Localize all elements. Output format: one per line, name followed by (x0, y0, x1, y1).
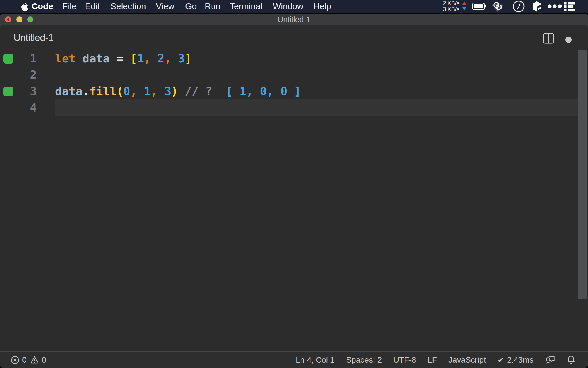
token: let (55, 52, 76, 65)
token: 1 (137, 52, 144, 65)
token: 3 (178, 52, 185, 65)
window-title: Untitled-1 (0, 14, 588, 25)
code-line-3[interactable]: data.fill(0, 1, 3) // ? [ 1, 0, 0 ] (55, 83, 301, 99)
personal-hotspot-icon[interactable] (491, 0, 504, 13)
token (110, 52, 117, 65)
indentation[interactable]: Spaces: 2 (346, 355, 382, 365)
clock-glyph (513, 1, 525, 12)
apple-menu-icon[interactable] (20, 1, 29, 11)
token (178, 85, 185, 98)
upload-arrow-icon (462, 2, 467, 5)
screen: CodeFileEditSelectionViewGoRunTerminalWi… (0, 0, 588, 368)
line-number: 4 (11, 99, 37, 116)
menu-item-help[interactable]: Help (314, 0, 331, 13)
token: . (82, 85, 89, 98)
line-number: 2 (11, 67, 37, 83)
menu-item-selection[interactable]: Selection (111, 0, 146, 13)
menu-item-file[interactable]: File (63, 0, 76, 13)
error-count: 0 (22, 355, 27, 365)
list-icon[interactable] (564, 0, 575, 13)
token: = (117, 52, 123, 65)
token (171, 52, 178, 65)
token: ( (117, 85, 123, 98)
token (76, 52, 82, 65)
token (151, 52, 158, 65)
window-title-bar[interactable]: Untitled-1 (0, 14, 588, 25)
menu-item-terminal[interactable]: Terminal (230, 0, 262, 13)
problems-indicator[interactable]: 0 0 (11, 355, 46, 365)
menu-item-go[interactable]: Go (185, 0, 197, 13)
token: 0 (123, 85, 130, 98)
token: // ? (185, 85, 212, 98)
line-number: 3 (11, 83, 37, 99)
editor-area[interactable]: Untitled-1 1let data = [1, 2, 3]23data.f… (0, 26, 588, 365)
quokka-time: 2.43ms (507, 355, 533, 365)
check-icon: ✔ (498, 355, 504, 365)
status-bar: 0 0 Ln 4, Col 1 Spaces: 2 UTF-8 LF JavaS… (0, 351, 588, 368)
notifications-button[interactable] (567, 355, 575, 365)
cube-icon[interactable] (532, 0, 541, 13)
token: data (82, 52, 110, 65)
network-arrows (461, 2, 467, 11)
token: 1 (144, 85, 151, 98)
ellipsis-glyph (548, 4, 562, 8)
unsaved-indicator[interactable] (565, 37, 572, 43)
token (137, 85, 144, 98)
token: 2 (158, 52, 165, 65)
hotspot-glyph (491, 1, 504, 12)
token: , (130, 85, 137, 98)
menu-item-edit[interactable]: Edit (85, 0, 100, 13)
menu-item-code[interactable]: Code (32, 0, 53, 13)
editor-tab-label[interactable]: Untitled-1 (13, 32, 54, 43)
menu-item-view[interactable]: View (156, 0, 174, 13)
token: 3 (165, 85, 171, 98)
line-number: 1 (11, 50, 37, 67)
token: ] (185, 52, 192, 65)
download-arrow-icon (462, 7, 467, 10)
quokka-status[interactable]: ✔ 2.43ms (498, 355, 533, 365)
token: , (144, 52, 151, 65)
macos-menu-bar: CodeFileEditSelectionViewGoRunTerminalWi… (0, 0, 588, 13)
token: , (151, 85, 158, 98)
language-mode[interactable]: JavaScript (448, 355, 486, 365)
token: [ 1, 0, 0 ] (226, 85, 301, 98)
token: [ (130, 52, 137, 65)
encoding[interactable]: UTF-8 (393, 355, 416, 365)
token (123, 52, 130, 65)
feedback-button[interactable] (545, 355, 555, 365)
warning-icon (30, 356, 39, 364)
warning-count: 0 (42, 355, 47, 365)
scrollbar-thumb[interactable] (578, 50, 587, 299)
token: fill (89, 85, 117, 98)
list-glyph (564, 2, 575, 11)
vscode-window: Untitled-1 Untitled-1 1let data = [1, 2,… (0, 14, 588, 368)
current-line-highlight (55, 99, 578, 116)
split-editor-icon (543, 33, 554, 44)
eol-sequence[interactable]: LF (428, 355, 437, 365)
token: data (55, 85, 82, 98)
upload-speed: 2 KB/s (443, 0, 459, 6)
cube-glyph (532, 1, 541, 12)
bell-icon (567, 355, 575, 365)
code-line-1[interactable]: let data = [1, 2, 3] (55, 50, 192, 67)
download-speed: 3 KB/s (443, 6, 459, 12)
split-editor-button[interactable] (543, 33, 554, 44)
battery-icon[interactable] (472, 0, 486, 13)
apple-logo-glyph (20, 1, 30, 12)
token: ) (171, 85, 178, 98)
menu-item-window[interactable]: Window (273, 0, 303, 13)
menu-item-run[interactable]: Run (205, 0, 220, 13)
battery-glyph (472, 3, 486, 10)
token (158, 85, 165, 98)
clock-icon[interactable] (513, 0, 525, 13)
ellipsis-icon[interactable] (548, 0, 562, 13)
cursor-position[interactable]: Ln 4, Col 1 (296, 355, 334, 365)
feedback-person-icon (545, 355, 555, 365)
error-icon (11, 356, 19, 364)
token: , (165, 52, 171, 65)
token (212, 85, 226, 98)
network-speed-indicator[interactable]: 2 KB/s 3 KB/s (443, 0, 459, 12)
